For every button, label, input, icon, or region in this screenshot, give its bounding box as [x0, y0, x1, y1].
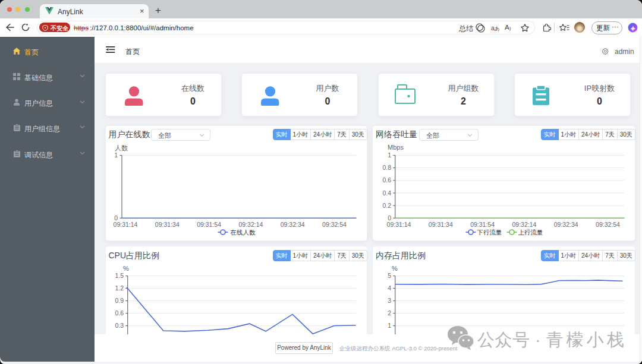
svg-text:1.2: 1.2 [115, 284, 124, 292]
svg-text:1: 1 [388, 322, 391, 329]
svg-text:09:32:14: 09:32:14 [238, 221, 263, 228]
svg-text:1.5: 1.5 [115, 272, 124, 279]
svg-text:0.6: 0.6 [115, 309, 124, 316]
svg-text:3: 3 [388, 297, 391, 304]
svg-text:09:32:54: 09:32:54 [322, 221, 347, 228]
svg-text:5: 5 [388, 272, 391, 279]
svg-text:0.2: 0.2 [382, 202, 391, 209]
svg-text:4: 4 [388, 284, 391, 292]
svg-text:09:32:34: 09:32:34 [280, 221, 304, 228]
svg-text:0.8: 0.8 [382, 164, 391, 171]
svg-text:09:31:34: 09:31:34 [428, 221, 452, 228]
svg-text:0.3: 0.3 [115, 322, 124, 329]
svg-text:09:31:14: 09:31:14 [113, 221, 137, 228]
svg-text:09:31:54: 09:31:54 [197, 221, 221, 228]
svg-text:09:32:14: 09:32:14 [512, 221, 536, 228]
svg-text:09:31:14: 09:31:14 [386, 221, 411, 228]
svg-text:1: 1 [114, 151, 118, 159]
svg-text:0.6: 0.6 [382, 176, 391, 183]
svg-text:下行流量: 下行流量 [476, 229, 502, 236]
svg-text:0.9: 0.9 [115, 297, 124, 304]
svg-text:2: 2 [388, 309, 391, 316]
svg-text:0.4: 0.4 [382, 189, 391, 197]
svg-text:09:32:34: 09:32:34 [553, 221, 578, 228]
svg-text:1: 1 [388, 151, 391, 159]
svg-text:上行流量: 上行流量 [518, 229, 543, 236]
svg-text:09:31:54: 09:31:54 [470, 221, 495, 228]
svg-text:09:32:54: 09:32:54 [596, 221, 620, 228]
svg-text:09:31:34: 09:31:34 [155, 221, 179, 228]
svg-text:在线人数: 在线人数 [229, 229, 256, 236]
